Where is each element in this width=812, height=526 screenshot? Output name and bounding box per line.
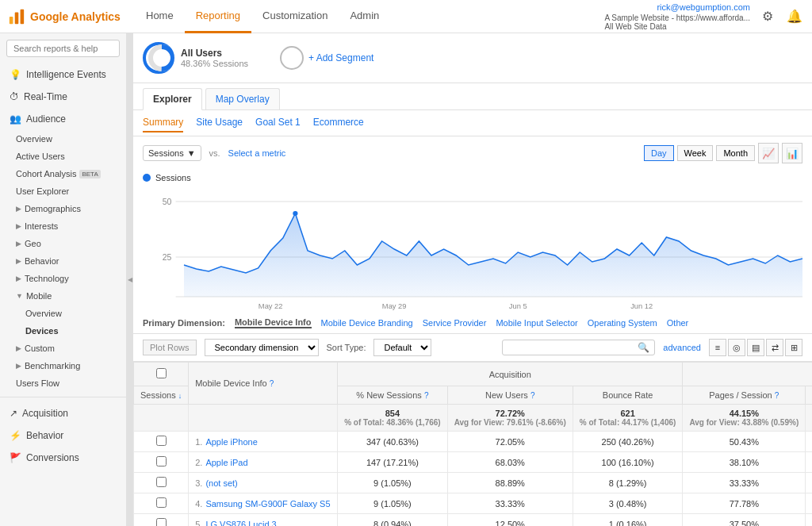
metric-selector[interactable]: Sessions ▼ (143, 145, 201, 161)
sidebar-item-custom[interactable]: ▶ Custom (0, 340, 126, 357)
nav-customization[interactable]: Customization (251, 0, 339, 33)
sidebar-item-demographics[interactable]: ▶ Demographics (0, 200, 126, 217)
th-pages-session[interactable]: Pages / Session ? (683, 386, 806, 405)
sidebar-item-cohort-analysis[interactable]: Cohort Analysis BETA (0, 165, 126, 182)
table-view-icon[interactable]: ≡ (709, 339, 726, 356)
row5-checkbox[interactable] (134, 514, 189, 527)
row1-sessions: 347 (40.63%) (338, 432, 448, 452)
sidebar-label-audience: Audience (26, 113, 66, 125)
subtab-site-usage[interactable]: Site Usage (196, 113, 243, 132)
th-pct-new-sessions[interactable]: % New Sessions ? (338, 386, 448, 405)
notifications-icon[interactable]: 🔔 (785, 6, 804, 25)
tab-map-overlay[interactable]: Map Overlay (205, 88, 280, 109)
search-input[interactable] (6, 40, 120, 57)
time-btn-week[interactable]: Week (677, 145, 714, 161)
th-checkbox[interactable] (134, 363, 189, 386)
sidebar-item-intelligence-events[interactable]: 💡 Intelligence Events (0, 63, 126, 86)
dim-operating-system[interactable]: Operating System (588, 318, 657, 328)
nav-reporting[interactable]: Reporting (185, 0, 251, 33)
pct-new-help[interactable]: ? (424, 391, 429, 400)
sidebar-item-mobile-devices[interactable]: Devices (0, 322, 126, 340)
dim-service-provider[interactable]: Service Provider (423, 318, 487, 328)
row3-new-users: 8 (1.29%) (573, 473, 683, 493)
dim-mobile-device-info[interactable]: Mobile Device Info (235, 317, 312, 328)
sidebar-item-users-flow[interactable]: Users Flow (0, 374, 126, 392)
pie-view-icon[interactable]: ◎ (728, 339, 745, 356)
select-all-checkbox[interactable] (156, 368, 167, 378)
sidebar-item-technology[interactable]: ▶ Technology (0, 270, 126, 287)
select-metric-link[interactable]: Select a metric (228, 148, 286, 158)
sidebar-item-mobile[interactable]: ▼ Mobile (0, 287, 126, 305)
th-avg-session[interactable]: Avg. Session Duration ? (806, 386, 812, 405)
time-btn-month[interactable]: Month (716, 145, 755, 161)
th-sessions[interactable]: Sessions ↓ (134, 386, 189, 405)
sidebar-item-audience[interactable]: 👥 Audience (0, 108, 126, 130)
plot-rows-button[interactable]: Plot Rows (143, 340, 197, 355)
sidebar-item-active-users[interactable]: Active Users (0, 148, 126, 165)
subtab-ecommerce[interactable]: Ecommerce (313, 113, 364, 132)
sidebar-label-custom: Custom (25, 344, 55, 353)
dim-other[interactable]: Other (667, 318, 689, 328)
new-users-help[interactable]: ? (530, 391, 535, 400)
th-bounce-rate[interactable]: Bounce Rate (573, 386, 683, 405)
pages-help[interactable]: ? (775, 391, 779, 400)
sidebar-item-mobile-overview[interactable]: Overview (0, 305, 126, 322)
device-info-help[interactable]: ? (270, 379, 274, 388)
subtab-summary[interactable]: Summary (143, 113, 183, 132)
total-bounce: 44.15% Avg for View: 43.88% (0.59%) (683, 405, 806, 432)
total-device-cell (189, 405, 338, 432)
svg-rect-1 (15, 12, 19, 24)
tab-explorer[interactable]: Explorer (143, 88, 202, 110)
row1-device-link[interactable]: Apple iPhone (205, 437, 257, 447)
row2-device-link[interactable]: Apple iPad (205, 458, 247, 467)
sidebar-item-geo[interactable]: ▶ Geo (0, 235, 126, 252)
compare-view-icon[interactable]: ⇄ (766, 339, 783, 356)
table-row: 5.LG VS876 Lucid 3 8 (0.94%) 12.50% 1 (0… (134, 514, 813, 527)
time-btn-day[interactable]: Day (644, 145, 674, 161)
legend-label-sessions: Sessions (155, 173, 191, 182)
row4-device-link[interactable]: Samsung SM-G900F Galaxy S5 (205, 499, 330, 509)
subtab-goal-set-1[interactable]: Goal Set 1 (255, 113, 301, 132)
chart-area: 50 25 May 22 May 29 Jun 5 Jun 12 (133, 186, 812, 313)
dim-mobile-device-branding[interactable]: Mobile Device Branding (321, 318, 413, 328)
sort-type-select[interactable]: Default (373, 339, 431, 356)
add-segment-button[interactable]: + Add Segment (264, 40, 389, 76)
row3-device-link[interactable]: (not set) (205, 478, 237, 488)
row1-checkbox[interactable] (134, 432, 189, 452)
nav-admin[interactable]: Admin (339, 0, 390, 33)
line-chart-icon[interactable]: 📈 (758, 143, 779, 163)
sidebar-item-behavior-main[interactable]: ⚡ Behavior (0, 424, 126, 447)
pivot-view-icon[interactable]: ⊞ (785, 339, 802, 356)
sidebar-item-benchmarking[interactable]: ▶ Benchmarking (0, 357, 126, 374)
chevron-right-icon-bench: ▶ (16, 362, 21, 370)
sidebar-item-user-explorer[interactable]: User Explorer (0, 182, 126, 200)
row3-checkbox[interactable] (134, 473, 189, 493)
sidebar-item-conversions[interactable]: 🚩 Conversions (0, 447, 126, 469)
performance-view-icon[interactable]: ▤ (747, 339, 764, 356)
row4-checkbox[interactable] (134, 493, 189, 514)
sidebar-label-mobile-overview: Overview (25, 309, 62, 318)
nav-home[interactable]: Home (135, 0, 185, 33)
secondary-dimension-select[interactable]: Secondary dimension (205, 339, 319, 356)
settings-icon[interactable]: ⚙ (758, 6, 777, 25)
th-new-users[interactable]: New Users ? (447, 386, 573, 405)
row5-device-link[interactable]: LG VS876 Lucid 3 (205, 520, 276, 527)
sidebar-item-behavior[interactable]: ▶ Behavior (0, 252, 126, 270)
metric-dropdown-arrow: ▼ (187, 148, 196, 158)
bar-chart-icon[interactable]: 📊 (782, 143, 802, 163)
sidebar-collapse-handle[interactable]: ◀ (127, 33, 133, 526)
sidebar-item-interests[interactable]: ▶ Interests (0, 217, 126, 235)
dim-mobile-input-selector[interactable]: Mobile Input Selector (496, 318, 577, 328)
th-device-info[interactable]: Mobile Device Info ? (189, 363, 338, 405)
sessions-chart: 50 25 May 22 May 29 Jun 5 Jun 12 (143, 186, 802, 313)
advanced-link[interactable]: advanced (663, 343, 701, 352)
row2-checkbox[interactable] (134, 452, 189, 473)
row5-pct-new: 12.50% (447, 514, 573, 527)
sidebar-item-real-time[interactable]: ⏱ Real-Time (0, 86, 126, 108)
sidebar-item-acquisition[interactable]: ↗ Acquisition (0, 402, 126, 424)
chevron-right-icon: ▶ (16, 205, 21, 213)
table-search-input[interactable] (508, 343, 634, 352)
sidebar-item-overview[interactable]: Overview (0, 130, 126, 148)
primary-dimension-row: Primary Dimension: Mobile Device Info Mo… (133, 313, 812, 334)
total-sessions: 854 % of Total: 48.36% (1,766) (338, 405, 448, 432)
